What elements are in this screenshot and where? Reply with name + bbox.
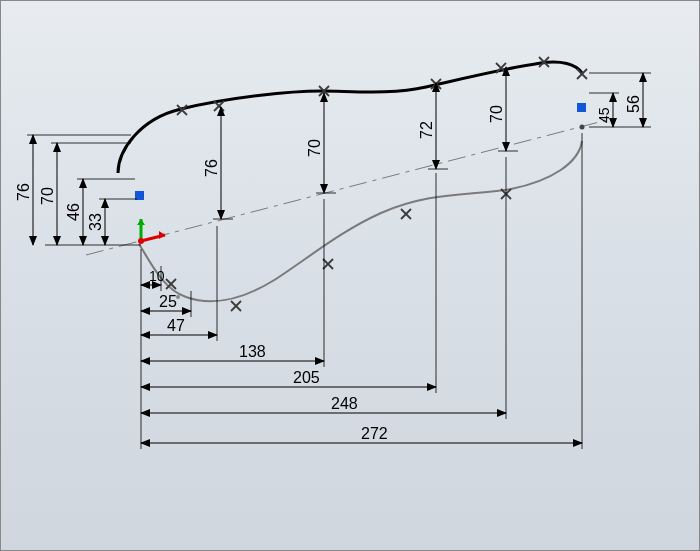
dim-right-stack: 56 45 (589, 73, 651, 127)
dim-70-c: 70 (488, 105, 505, 123)
dim-248: 248 (331, 395, 358, 412)
aux-point (176, 295, 180, 299)
dim-272: 272 (361, 425, 388, 442)
dim-70-b: 70 (306, 139, 323, 157)
dim-56: 56 (625, 95, 642, 113)
dim-76-b: 76 (203, 159, 220, 177)
dim-72: 72 (418, 121, 435, 139)
dim-47: 47 (167, 317, 185, 334)
dim-25: 25 (159, 293, 177, 310)
origin-marker (137, 219, 165, 244)
dim-138: 138 (239, 343, 266, 360)
dim-top-stack: 76 70 72 70 (203, 67, 518, 219)
upper-spline (118, 62, 582, 173)
dim-76-left: 76 (15, 183, 32, 201)
svg-point-28 (138, 238, 144, 244)
end-point (580, 125, 585, 130)
spline-markers (166, 57, 587, 311)
dim-horizontal-stack: 10 25 47 138 205 248 272 (141, 133, 582, 449)
svg-marker-25 (159, 231, 165, 239)
dim-10: 10 (149, 268, 165, 284)
dim-45: 45 (596, 107, 612, 123)
dim-33: 33 (87, 213, 104, 231)
dim-205: 205 (293, 369, 320, 386)
svg-marker-27 (137, 219, 145, 225)
cad-sketch-viewport: 76 70 46 33 76 70 72 70 (1, 1, 700, 551)
dim-46: 46 (65, 203, 82, 221)
endpoint-right (577, 103, 586, 112)
dim-70-left: 70 (39, 187, 56, 205)
